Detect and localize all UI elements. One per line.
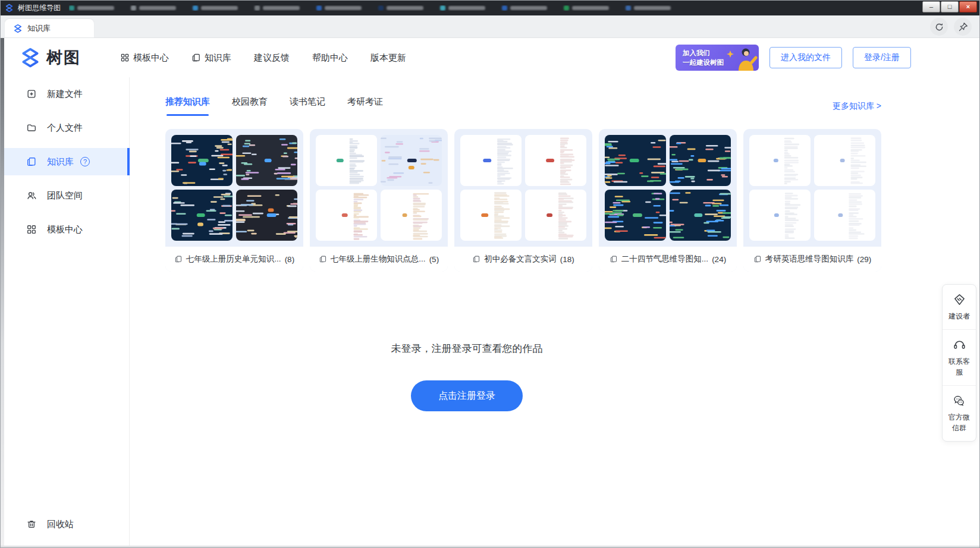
blurred-tabs [69, 5, 980, 11]
floating-action-panel: 建设者 联系客服 官方微信群 [942, 284, 976, 442]
help-icon[interactable]: ? [80, 157, 90, 166]
brand[interactable]: 树图 [20, 47, 81, 68]
grid-icon [26, 224, 37, 235]
doc-icon [26, 156, 37, 167]
browser-tabstrip: 知识库 [0, 15, 980, 38]
wechat-group-button[interactable]: 官方微信群 [943, 385, 976, 441]
mindmap-thumbnail [525, 135, 586, 186]
mindmap-thumbnail [814, 190, 875, 241]
titlebar: 树图思维导图 – □ × [0, 0, 980, 15]
refresh-icon [934, 22, 944, 32]
pin-button[interactable] [954, 18, 972, 36]
headset-icon [953, 338, 966, 352]
tab-reading-notes[interactable]: 读书笔记 [290, 96, 325, 116]
mindmap-thumbnail [605, 190, 666, 241]
nav-template-center[interactable]: 模板中心 [120, 52, 169, 64]
contact-support-button[interactable]: 联系客服 [943, 329, 976, 385]
window-controls: – □ × [922, 1, 977, 12]
app-logo-icon [5, 4, 14, 12]
team-icon [26, 190, 37, 201]
banner-illustration [722, 45, 759, 71]
tab-logo-icon [13, 24, 23, 33]
knowledge-base-card[interactable]: 七年级上册历史单元知识... (8) [165, 129, 303, 272]
mindmap-thumbnail [525, 190, 586, 241]
card-title: 七年级上册历史单元知识... (8) [165, 247, 303, 272]
card-title: 七年级上册生物知识点总... (5) [310, 247, 448, 272]
minimize-button[interactable]: – [922, 1, 940, 12]
nav-feedback[interactable]: 建议反馈 [254, 52, 290, 64]
more-knowledge-bases-link[interactable]: 更多知识库 > [833, 101, 881, 112]
join-us-banner[interactable]: 加入我们 一起建设树图 [676, 45, 759, 71]
app-window: 树图 模板中心 知识库 [0, 38, 980, 548]
knowledge-base-card[interactable]: 考研英语思维导图知识库 (29) [743, 129, 881, 272]
mindmap-thumbnail [670, 135, 731, 186]
mindmap-thumbnail [460, 190, 522, 241]
mindmap-thumbnail [460, 135, 522, 186]
mindmap-thumbnail [236, 190, 297, 241]
sidebar: 新建文件 个人文件 知识库 ? [4, 77, 130, 546]
nav-help-center[interactable]: 帮助中心 [312, 52, 348, 64]
mindmap-thumbnail [171, 190, 233, 241]
tab-recommended[interactable]: 推荐知识库 [165, 96, 210, 116]
main-content: 推荐知识库 校园教育 读书笔记 考研考证 更多知识库 > 七年级上册历史单元知识… [130, 77, 980, 546]
pages-icon [174, 255, 183, 263]
mindmap-thumbnail [381, 190, 442, 241]
mindmap-thumbnail [171, 135, 233, 186]
nav-knowledge-base[interactable]: 知识库 [191, 52, 231, 64]
tab-exam-prep[interactable]: 考研考证 [347, 96, 383, 116]
login-register-button[interactable]: 登录/注册 [853, 47, 911, 68]
close-button[interactable]: × [959, 1, 977, 12]
grid-icon [120, 53, 130, 62]
mindmap-thumbnail [749, 135, 811, 186]
banner-text: 加入我们 一起建设树图 [683, 48, 724, 67]
my-files-button[interactable]: 进入我的文件 [769, 47, 842, 68]
brand-logo-icon [20, 47, 41, 68]
knowledge-base-card[interactable]: 二十四节气思维导图知... (24) [599, 129, 737, 272]
register-login-button[interactable]: 点击注册登录 [411, 380, 523, 411]
sidebar-item-knowledge-base[interactable]: 知识库 ? [4, 148, 129, 175]
knowledge-base-card[interactable]: 初中必备文言文实词 (18) [454, 129, 592, 272]
mindmap-thumbnail [381, 135, 442, 186]
sidebar-item-template-center[interactable]: 模板中心 [4, 216, 129, 243]
pages-icon [610, 255, 618, 263]
pin-icon [958, 22, 968, 32]
pages-icon [753, 255, 762, 263]
window-bottom-edge [0, 546, 980, 548]
card-title: 考研英语思维导图知识库 (29) [743, 247, 881, 272]
sidebar-item-new-file[interactable]: 新建文件 [4, 80, 129, 108]
knowledge-base-cards: 七年级上册历史单元知识... (8) 七年级上册生物知识点总... (5) [165, 129, 980, 272]
wechat-icon [953, 394, 966, 408]
knowledge-base-card[interactable]: 七年级上册生物知识点总... (5) [310, 129, 448, 272]
mindmap-thumbnail [316, 135, 377, 186]
trash-icon [26, 519, 37, 530]
card-title: 二十四节气思维导图知... (24) [599, 247, 737, 272]
active-page-tab[interactable]: 知识库 [5, 19, 94, 37]
header-nav: 模板中心 知识库 建议反馈 帮助中心 版本更新 [120, 52, 406, 64]
sidebar-item-recycle-bin[interactable]: 回收站 [4, 512, 129, 536]
card-title: 初中必备文言文实词 (18) [454, 247, 592, 272]
window-left-edge [0, 38, 4, 548]
tab-label: 知识库 [27, 23, 51, 34]
file-plus-icon [26, 89, 37, 99]
pages-icon [319, 255, 327, 263]
refresh-button[interactable] [930, 18, 948, 36]
mindmap-thumbnail [670, 190, 731, 241]
login-prompt: 未登录，注册登录可查看您的作品 [130, 342, 804, 355]
nav-version-update[interactable]: 版本更新 [370, 52, 406, 64]
app-header: 树图 模板中心 知识库 [4, 38, 980, 77]
pages-icon [472, 255, 480, 263]
folder-icon [26, 122, 37, 133]
maximize-button[interactable]: □ [941, 1, 959, 12]
content-tabs: 推荐知识库 校园教育 读书笔记 考研考证 [165, 96, 383, 116]
tab-school-education[interactable]: 校园教育 [232, 96, 268, 116]
sidebar-item-team-space[interactable]: 团队空间 [4, 182, 129, 209]
window-title: 树图思维导图 [18, 3, 61, 13]
mindmap-thumbnail [316, 190, 377, 241]
login-section: 未登录，注册登录可查看您的作品 点击注册登录 [130, 342, 804, 411]
doc-icon [191, 53, 201, 62]
builder-button[interactable]: 建设者 [943, 285, 976, 329]
sidebar-item-personal-files[interactable]: 个人文件 [4, 114, 129, 141]
mindmap-thumbnail [236, 135, 297, 186]
mindmap-thumbnail [814, 135, 875, 186]
brand-name: 树图 [46, 47, 81, 68]
